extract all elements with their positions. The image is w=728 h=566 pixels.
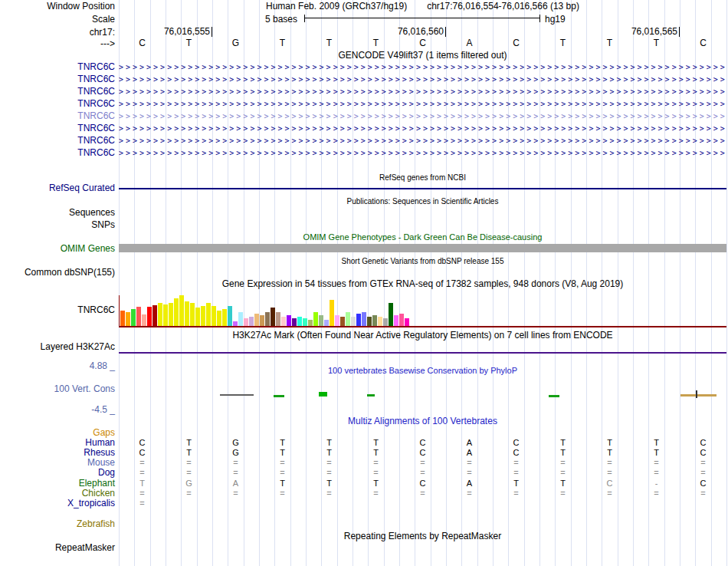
gtex-bar[interactable] bbox=[367, 317, 372, 326]
gtex-bar[interactable] bbox=[335, 315, 339, 326]
gene-transcript-row[interactable]: >>>>>>>>>>>>>>>>>>>>>>>>>>>>>>>>>>>>>>>>… bbox=[119, 74, 726, 85]
gtex-bar[interactable] bbox=[389, 303, 393, 326]
gtex-bar[interactable] bbox=[174, 298, 179, 326]
omim-genes-label[interactable]: OMIM Genes bbox=[0, 244, 115, 254]
conservation-track-label[interactable]: 100 Vert. Cons bbox=[0, 384, 115, 394]
dbsnp-track-title[interactable]: Short Genetic Variants from dbSNP releas… bbox=[119, 257, 726, 266]
gtex-bar[interactable] bbox=[212, 306, 216, 326]
h3k27ac-track-title[interactable]: H3K27Ac Mark (Often Found Near Active Re… bbox=[119, 331, 726, 340]
gtex-bar[interactable] bbox=[378, 317, 382, 326]
gtex-bar[interactable] bbox=[201, 306, 205, 326]
header-line: Human Feb. 2009 (GRCh37/hg19)chr17:76,01… bbox=[119, 2, 726, 11]
gtex-bar[interactable] bbox=[179, 295, 184, 326]
phylop-mark bbox=[220, 394, 254, 396]
gene-transcript-row[interactable]: >>>>>>>>>>>>>>>>>>>>>>>>>>>>>>>>>>>>>>>>… bbox=[119, 123, 726, 134]
gtex-bar[interactable] bbox=[292, 318, 297, 326]
species-label[interactable]: Dog bbox=[0, 468, 115, 478]
omim-gene-bar[interactable] bbox=[119, 244, 726, 252]
gtex-bar[interactable] bbox=[238, 312, 243, 326]
gtex-bar[interactable] bbox=[260, 315, 264, 326]
gene-transcript-row[interactable]: >>>>>>>>>>>>>>>>>>>>>>>>>>>>>>>>>>>>>>>>… bbox=[119, 136, 726, 146]
publications-track-title[interactable]: Publications: Sequences in Scientific Ar… bbox=[119, 197, 726, 206]
snps-label[interactable]: SNPs bbox=[0, 220, 115, 230]
h3k27ac-label[interactable]: Layered H3K27Ac bbox=[0, 342, 115, 352]
gtex-bar[interactable] bbox=[120, 311, 125, 326]
omim-track-title[interactable]: OMIM Gene Phenotypes - Dark Green Can Be… bbox=[119, 232, 726, 242]
gene-label[interactable]: TNRC6C bbox=[0, 74, 115, 84]
gtex-bar[interactable] bbox=[297, 317, 302, 326]
gtex-bar[interactable] bbox=[152, 305, 157, 326]
gtex-bar[interactable] bbox=[206, 303, 211, 326]
gtex-bar[interactable] bbox=[163, 304, 168, 326]
alignment-cell: = bbox=[697, 489, 710, 499]
gtex-bar[interactable] bbox=[362, 312, 366, 326]
gtex-bar[interactable] bbox=[356, 314, 361, 326]
gtex-bar[interactable] bbox=[319, 315, 323, 326]
repeatmasker-label[interactable]: RepeatMasker bbox=[0, 543, 115, 553]
gtex-bar[interactable] bbox=[158, 303, 162, 326]
gtex-bar[interactable] bbox=[265, 312, 270, 326]
gtex-bar[interactable] bbox=[313, 312, 318, 326]
gtex-bar[interactable] bbox=[383, 318, 388, 326]
gene-transcript-row[interactable]: >>>>>>>>>>>>>>>>>>>>>>>>>>>>>>>>>>>>>>>>… bbox=[119, 111, 726, 122]
gtex-bar[interactable] bbox=[195, 308, 200, 326]
gtex-bar[interactable] bbox=[147, 307, 152, 326]
refseq-curated-label[interactable]: RefSeq Curated bbox=[0, 183, 115, 193]
gene-label[interactable]: TNRC6C bbox=[0, 136, 115, 146]
repeatmasker-track-title[interactable]: Repeating Elements by RepeatMasker bbox=[119, 531, 726, 541]
alignment-cell: = bbox=[697, 468, 710, 478]
gtex-track-title[interactable]: Gene Expression in 54 tissues from GTEx … bbox=[119, 279, 726, 288]
gtex-bar[interactable] bbox=[131, 309, 136, 326]
alignment-cell: = bbox=[557, 458, 569, 468]
gtex-bar[interactable] bbox=[136, 307, 141, 326]
gtex-bar[interactable] bbox=[394, 315, 398, 326]
gtex-bar[interactable] bbox=[217, 311, 221, 326]
refseq-curated-item[interactable] bbox=[119, 188, 726, 189]
gtex-bar[interactable] bbox=[142, 314, 146, 326]
phylop-mark bbox=[549, 395, 559, 397]
gtex-bar[interactable] bbox=[185, 301, 189, 326]
gtex-bar[interactable] bbox=[340, 317, 345, 326]
gtex-bar[interactable] bbox=[281, 317, 286, 326]
gtex-bar[interactable] bbox=[271, 308, 275, 326]
gene-label[interactable]: TNRC6C bbox=[0, 148, 115, 158]
gtex-bar[interactable] bbox=[287, 315, 291, 326]
gtex-bar[interactable] bbox=[399, 314, 404, 326]
scale-bracket bbox=[304, 15, 540, 22]
refseq-track-title[interactable]: RefSeq genes from NCBI bbox=[119, 173, 726, 183]
gtex-bar[interactable] bbox=[190, 303, 195, 326]
gtex-bar[interactable] bbox=[330, 300, 334, 326]
gtex-bar[interactable] bbox=[254, 314, 259, 326]
gtex-bar[interactable] bbox=[222, 309, 227, 326]
sequences-label[interactable]: Sequences bbox=[0, 208, 115, 218]
gtex-bar[interactable] bbox=[303, 318, 307, 326]
gtex-bar[interactable] bbox=[276, 312, 280, 326]
gtex-bar[interactable] bbox=[372, 315, 377, 326]
gtex-bar[interactable] bbox=[249, 317, 254, 326]
species-label[interactable]: Zebrafish bbox=[0, 519, 115, 529]
gtex-bar[interactable] bbox=[244, 318, 248, 326]
gtex-bar[interactable] bbox=[324, 320, 329, 326]
gene-label[interactable]: TNRC6C bbox=[0, 99, 115, 109]
gene-label[interactable]: TNRC6C bbox=[0, 123, 115, 133]
species-label[interactable]: X_tropicalis bbox=[0, 499, 115, 508]
gene-transcript-row[interactable]: >>>>>>>>>>>>>>>>>>>>>>>>>>>>>>>>>>>>>>>>… bbox=[119, 99, 726, 110]
gene-label[interactable]: TNRC6C bbox=[0, 111, 115, 121]
gtex-bar[interactable] bbox=[346, 312, 350, 326]
gene-label[interactable]: TNRC6C bbox=[0, 62, 115, 72]
gtex-bar[interactable] bbox=[126, 312, 130, 326]
gtex-gene-label[interactable]: TNRC6C bbox=[0, 305, 115, 315]
gtex-bar[interactable] bbox=[308, 320, 313, 326]
gtex-bar[interactable] bbox=[228, 306, 232, 326]
multiz-track-title[interactable]: Multiz Alignments of 100 Vertebrates bbox=[119, 416, 726, 426]
gtex-bar[interactable] bbox=[351, 317, 356, 326]
gene-transcript-row[interactable]: >>>>>>>>>>>>>>>>>>>>>>>>>>>>>>>>>>>>>>>>… bbox=[119, 148, 726, 159]
gtex-bar[interactable] bbox=[405, 318, 409, 326]
phylop-track-title[interactable]: 100 vertebrates Basewise Conservation by… bbox=[119, 366, 726, 375]
gene-transcript-row[interactable]: >>>>>>>>>>>>>>>>>>>>>>>>>>>>>>>>>>>>>>>>… bbox=[119, 87, 726, 97]
gtex-bar[interactable] bbox=[169, 303, 173, 326]
gencode-track-title[interactable]: GENCODE V49lift37 (1 items filtered out) bbox=[119, 51, 726, 60]
gene-transcript-row[interactable]: >>>>>>>>>>>>>>>>>>>>>>>>>>>>>>>>>>>>>>>>… bbox=[119, 62, 726, 73]
gene-label[interactable]: TNRC6C bbox=[0, 87, 115, 97]
dbsnp-label[interactable]: Common dbSNP(155) bbox=[0, 268, 115, 278]
